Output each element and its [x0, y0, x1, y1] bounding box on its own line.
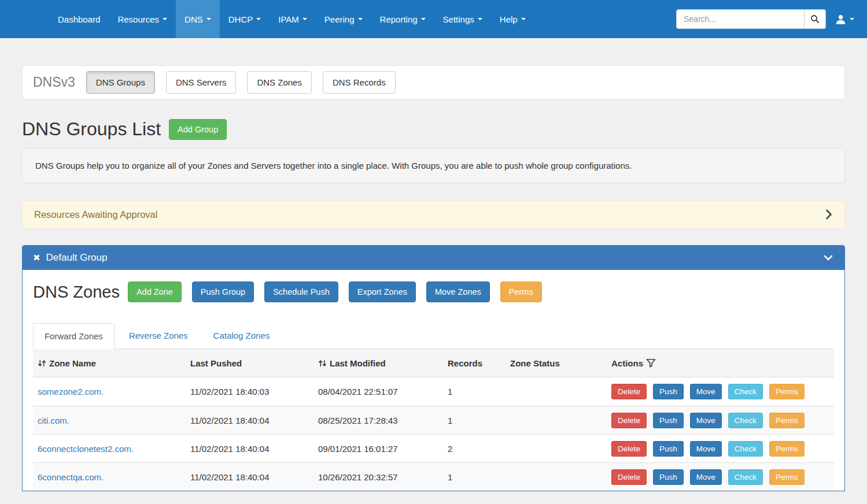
- search-button[interactable]: [805, 9, 826, 29]
- move-zones-button[interactable]: Move Zones: [426, 281, 490, 302]
- last-modified-cell: 10/26/2021 20:32:57: [318, 472, 448, 482]
- intro-well: DNS Groups help you to organize all of y…: [22, 148, 845, 183]
- header-label: Actions: [611, 358, 643, 368]
- actions-cell: Delete Push Move Check Perms: [611, 413, 834, 428]
- push-button[interactable]: Push: [653, 413, 684, 428]
- delete-button[interactable]: Delete: [611, 441, 647, 457]
- nav-label: Resources: [117, 14, 159, 24]
- schedule-push-button[interactable]: Schedule Push: [264, 281, 338, 302]
- zone-name-link[interactable]: 6connectclonetest2.com.: [38, 444, 134, 454]
- last-pushed-cell: 11/02/2021 18:40:04: [190, 416, 318, 425]
- nav-label: Peering: [324, 14, 355, 24]
- records-cell: 1: [448, 472, 510, 482]
- move-button[interactable]: Move: [690, 441, 722, 457]
- last-modified-cell: 08/04/2021 22:51:07: [318, 387, 448, 396]
- zone-name-link[interactable]: somezone2.com.: [38, 387, 104, 396]
- push-button[interactable]: Push: [653, 384, 684, 399]
- nav-item-dns[interactable]: DNS: [176, 0, 220, 38]
- records-cell: 1: [448, 416, 510, 425]
- zone-name-link[interactable]: citi.com.: [38, 416, 69, 425]
- header-zone-status: Zone Status: [510, 358, 611, 368]
- module-title: DNSv3: [33, 75, 75, 90]
- table-row: somezone2.com. 11/02/2021 18:40:03 08/04…: [33, 377, 834, 406]
- user-menu[interactable]: [831, 0, 859, 38]
- tab-catalog-zones[interactable]: Catalog Zones: [202, 323, 281, 349]
- move-button[interactable]: Move: [690, 384, 722, 399]
- push-group-button[interactable]: Push Group: [192, 281, 254, 302]
- caret-down-icon: [302, 18, 307, 20]
- page-title-row: DNS Groups List Add Group: [22, 118, 845, 140]
- push-button[interactable]: Push: [653, 441, 684, 457]
- group-panel-header[interactable]: ✖ Default Group: [23, 246, 844, 270]
- header-label: Last Modified: [330, 358, 386, 368]
- check-button[interactable]: Check: [728, 469, 763, 485]
- main-nav: Dashboard Resources DNS DHCP IPAM Peerin…: [49, 0, 534, 38]
- table-row: citi.com. 11/02/2021 18:40:04 08/25/2021…: [33, 406, 834, 434]
- caret-down-icon: [521, 18, 526, 20]
- delete-button[interactable]: Delete: [611, 469, 647, 485]
- last-pushed-cell: 11/02/2021 18:40:03: [190, 387, 318, 396]
- move-button[interactable]: Move: [690, 413, 722, 428]
- add-group-button[interactable]: Add Group: [169, 119, 227, 140]
- nav-item-help[interactable]: Help: [491, 0, 534, 38]
- filter-icon[interactable]: [646, 358, 656, 368]
- header-label: Zone Status: [510, 358, 560, 368]
- nav-label: DHCP: [228, 14, 253, 24]
- group-title: Default Group: [46, 252, 108, 264]
- collapse-toggle[interactable]: [822, 252, 834, 264]
- group-panel-body: DNS Zones Add Zone Push Group Schedule P…: [23, 270, 844, 491]
- move-button[interactable]: Move: [690, 469, 722, 485]
- caret-down-icon: [358, 18, 363, 20]
- dns-groups-button[interactable]: DNS Groups: [86, 71, 155, 94]
- header-last-modified[interactable]: Last Modified: [318, 358, 448, 368]
- records-cell: 1: [448, 387, 510, 396]
- nav-item-dhcp[interactable]: DHCP: [220, 0, 270, 38]
- default-group-panel: ✖ Default Group DNS Zones Add Zone Push …: [22, 245, 845, 491]
- dns-records-button[interactable]: DNS Records: [323, 71, 396, 94]
- remove-group-icon[interactable]: ✖: [33, 253, 40, 263]
- perms-group-button[interactable]: Perms: [500, 281, 542, 302]
- user-icon: [835, 14, 846, 25]
- delete-button[interactable]: Delete: [611, 413, 647, 428]
- nav-item-dashboard[interactable]: Dashboard: [49, 0, 109, 38]
- nav-item-peering[interactable]: Peering: [316, 0, 371, 38]
- header-label: Last Pushed: [190, 358, 242, 368]
- zones-title: DNS Zones: [33, 283, 120, 302]
- search-input[interactable]: [676, 9, 805, 29]
- add-zone-button[interactable]: Add Zone: [128, 281, 182, 302]
- check-button[interactable]: Check: [728, 441, 763, 457]
- nav-item-resources[interactable]: Resources: [109, 0, 176, 38]
- perms-button[interactable]: Perms: [769, 469, 805, 485]
- header-zone-name[interactable]: Zone Name: [38, 358, 190, 368]
- header-last-pushed[interactable]: Last Pushed: [190, 358, 318, 368]
- actions-cell: Delete Push Move Check Perms: [611, 441, 834, 457]
- check-button[interactable]: Check: [728, 413, 763, 428]
- tab-reverse-zones[interactable]: Reverse Zones: [118, 323, 199, 349]
- nav-item-ipam[interactable]: IPAM: [270, 0, 316, 38]
- push-button[interactable]: Push: [653, 469, 684, 485]
- nav-label: DNS: [185, 14, 203, 24]
- tab-forward-zones[interactable]: Forward Zones: [33, 323, 115, 349]
- nav-item-reporting[interactable]: Reporting: [371, 0, 434, 38]
- caret-down-icon: [163, 18, 167, 20]
- resources-awaiting-approval-bar[interactable]: Resources Awaiting Approval: [22, 201, 845, 228]
- header-label: Zone Name: [49, 358, 96, 368]
- last-modified-cell: 09/01/2021 16:01:27: [318, 444, 448, 454]
- sort-icon[interactable]: [318, 359, 327, 368]
- caret-down-icon: [421, 18, 426, 20]
- nav-item-settings[interactable]: Settings: [434, 0, 491, 38]
- search-group: [676, 9, 826, 29]
- perms-button[interactable]: Perms: [769, 441, 805, 457]
- perms-button[interactable]: Perms: [769, 413, 805, 428]
- delete-button[interactable]: Delete: [611, 384, 647, 399]
- sort-icon[interactable]: [38, 359, 46, 368]
- last-pushed-cell: 11/02/2021 18:40:04: [190, 444, 318, 454]
- export-zones-button[interactable]: Export Zones: [349, 281, 416, 302]
- search-icon: [810, 14, 820, 24]
- check-button[interactable]: Check: [728, 384, 763, 399]
- dns-servers-button[interactable]: DNS Servers: [166, 71, 237, 94]
- caret-down-icon: [206, 18, 211, 20]
- zone-name-link[interactable]: 6connectqa.com.: [38, 472, 104, 482]
- dns-zones-button[interactable]: DNS Zones: [247, 71, 312, 94]
- perms-button[interactable]: Perms: [769, 384, 805, 399]
